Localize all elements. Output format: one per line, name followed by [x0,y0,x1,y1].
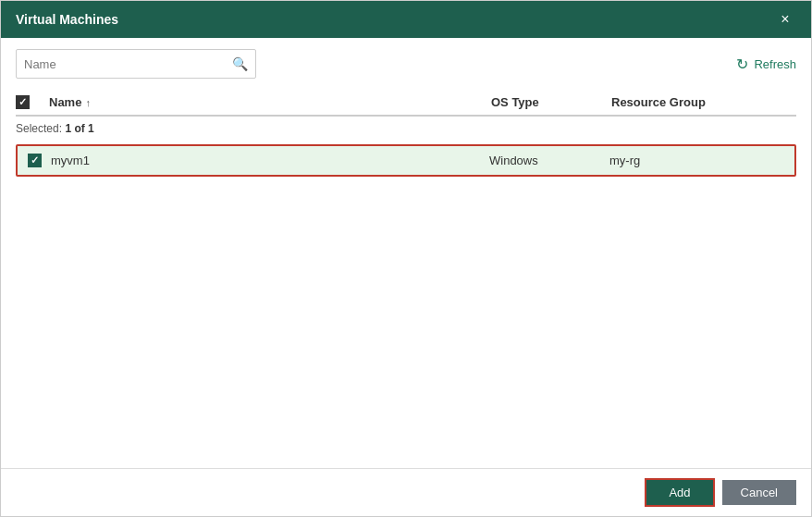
virtual-machines-dialog: Virtual Machines × 🔍 ↻ Refresh Name ↑ [0,0,812,517]
row-checkbox-col[interactable] [18,154,51,167]
col-header-resourcegroup: Resource Group [611,95,796,109]
close-button[interactable]: × [774,8,796,31]
sort-arrow-icon: ↑ [85,97,91,108]
refresh-label: Refresh [754,57,796,71]
table-header: Name ↑ OS Type Resource Group [16,90,796,117]
add-button[interactable]: Add [645,478,714,507]
selected-info: Selected: 1 of 1 [16,117,796,141]
cancel-button[interactable]: Cancel [722,480,796,505]
search-icon: 🔍 [232,56,248,71]
header-checkbox[interactable] [16,95,30,109]
table-row[interactable]: myvm1 Windows my-rg [16,144,796,177]
search-input[interactable] [24,57,232,71]
toolbar: 🔍 ↻ Refresh [16,49,796,79]
row-resourcegroup: my-rg [609,154,794,167]
row-name: myvm1 [51,154,489,167]
col-header-ostype: OS Type [491,95,611,109]
dialog-footer: Add Cancel [1,468,811,516]
row-checkbox[interactable] [28,154,42,167]
selected-count: 1 of 1 [65,122,93,135]
dialog-title: Virtual Machines [16,12,118,27]
col-header-name[interactable]: Name ↑ [49,95,491,109]
refresh-icon: ↻ [736,55,748,73]
dialog-header: Virtual Machines × [1,1,811,38]
row-ostype: Windows [489,154,609,167]
dialog-body: 🔍 ↻ Refresh Name ↑ OS Type Resource Grou… [1,38,811,468]
refresh-button[interactable]: ↻ Refresh [736,55,796,73]
header-checkbox-col[interactable] [16,95,49,109]
search-box: 🔍 [16,49,256,79]
